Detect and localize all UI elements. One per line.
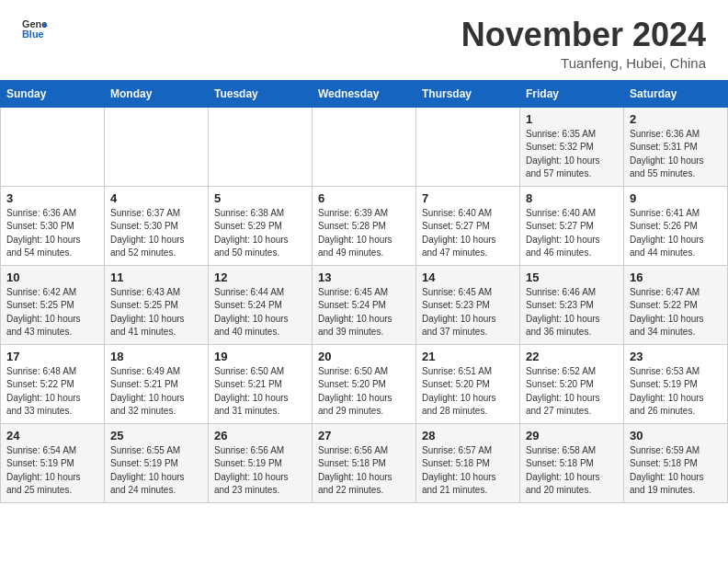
day-number: 9 xyxy=(630,191,722,205)
calendar-day-cell: 12Sunrise: 6:44 AMSunset: 5:24 PMDayligh… xyxy=(209,265,313,344)
day-info: Sunrise: 6:50 AMSunset: 5:21 PMDaylight:… xyxy=(214,365,306,419)
calendar-day-cell: 6Sunrise: 6:39 AMSunset: 5:28 PMDaylight… xyxy=(313,186,416,265)
calendar-day-cell: 25Sunrise: 6:55 AMSunset: 5:19 PMDayligh… xyxy=(105,423,209,502)
calendar-day-cell: 19Sunrise: 6:50 AMSunset: 5:21 PMDayligh… xyxy=(209,344,313,423)
day-number: 23 xyxy=(630,350,722,363)
calendar-day-cell: 14Sunrise: 6:45 AMSunset: 5:23 PMDayligh… xyxy=(416,265,520,344)
calendar-day-cell: 16Sunrise: 6:47 AMSunset: 5:22 PMDayligh… xyxy=(624,265,728,344)
calendar-day-cell: 2Sunrise: 6:36 AMSunset: 5:31 PMDaylight… xyxy=(624,107,728,186)
day-number: 29 xyxy=(526,429,618,442)
day-info: Sunrise: 6:46 AMSunset: 5:23 PMDaylight:… xyxy=(526,286,618,339)
day-number: 22 xyxy=(526,350,618,363)
day-number: 15 xyxy=(526,270,618,284)
calendar-day-cell: 28Sunrise: 6:57 AMSunset: 5:18 PMDayligh… xyxy=(416,423,520,502)
calendar-day-cell: 21Sunrise: 6:51 AMSunset: 5:20 PMDayligh… xyxy=(416,344,520,423)
day-number: 26 xyxy=(214,429,306,442)
day-info: Sunrise: 6:55 AMSunset: 5:19 PMDaylight:… xyxy=(110,444,202,498)
weekday-header-cell: Saturday xyxy=(624,80,728,107)
calendar-day-cell: 7Sunrise: 6:40 AMSunset: 5:27 PMDaylight… xyxy=(416,186,520,265)
calendar-day-cell: 18Sunrise: 6:49 AMSunset: 5:21 PMDayligh… xyxy=(105,344,209,423)
day-number: 3 xyxy=(6,191,98,205)
day-number: 10 xyxy=(6,270,98,284)
day-number: 1 xyxy=(526,112,618,126)
day-number: 14 xyxy=(422,270,514,284)
day-number: 11 xyxy=(110,270,202,284)
day-number: 2 xyxy=(630,112,722,126)
location: Tuanfeng, Hubei, China xyxy=(461,55,706,71)
day-number: 28 xyxy=(422,429,514,442)
day-number: 30 xyxy=(630,429,722,442)
day-info: Sunrise: 6:58 AMSunset: 5:18 PMDaylight:… xyxy=(526,444,618,498)
calendar-day-cell: 5Sunrise: 6:38 AMSunset: 5:29 PMDaylight… xyxy=(209,186,313,265)
day-info: Sunrise: 6:51 AMSunset: 5:20 PMDaylight:… xyxy=(422,365,514,419)
weekday-header-cell: Friday xyxy=(520,80,624,107)
day-info: Sunrise: 6:35 AMSunset: 5:32 PMDaylight:… xyxy=(526,128,618,181)
day-info: Sunrise: 6:40 AMSunset: 5:27 PMDaylight:… xyxy=(526,207,618,260)
calendar-day-cell: 8Sunrise: 6:40 AMSunset: 5:27 PMDaylight… xyxy=(520,186,624,265)
calendar-day-cell xyxy=(313,107,416,186)
day-info: Sunrise: 6:50 AMSunset: 5:20 PMDaylight:… xyxy=(318,365,410,419)
calendar-day-cell xyxy=(1,107,105,186)
day-info: Sunrise: 6:56 AMSunset: 5:18 PMDaylight:… xyxy=(318,444,410,498)
calendar-table: SundayMondayTuesdayWednesdayThursdayFrid… xyxy=(0,80,728,503)
weekday-header-cell: Thursday xyxy=(416,80,520,107)
day-info: Sunrise: 6:52 AMSunset: 5:20 PMDaylight:… xyxy=(526,365,618,419)
calendar-day-cell: 9Sunrise: 6:41 AMSunset: 5:26 PMDaylight… xyxy=(624,186,728,265)
day-info: Sunrise: 6:36 AMSunset: 5:31 PMDaylight:… xyxy=(630,128,722,181)
day-number: 6 xyxy=(318,191,410,205)
day-info: Sunrise: 6:37 AMSunset: 5:30 PMDaylight:… xyxy=(110,207,202,260)
calendar-day-cell: 30Sunrise: 6:59 AMSunset: 5:18 PMDayligh… xyxy=(624,423,728,502)
calendar-day-cell: 17Sunrise: 6:48 AMSunset: 5:22 PMDayligh… xyxy=(1,344,105,423)
calendar-day-cell: 26Sunrise: 6:56 AMSunset: 5:19 PMDayligh… xyxy=(209,423,313,502)
day-info: Sunrise: 6:48 AMSunset: 5:22 PMDaylight:… xyxy=(6,365,98,419)
day-number: 25 xyxy=(110,429,202,442)
calendar-day-cell: 13Sunrise: 6:45 AMSunset: 5:24 PMDayligh… xyxy=(313,265,416,344)
day-number: 18 xyxy=(110,350,202,363)
header: General Blue November 2024 Tuanfeng, Hub… xyxy=(0,0,728,80)
calendar-day-cell: 15Sunrise: 6:46 AMSunset: 5:23 PMDayligh… xyxy=(520,265,624,344)
day-number: 4 xyxy=(110,191,202,205)
day-info: Sunrise: 6:49 AMSunset: 5:21 PMDaylight:… xyxy=(110,365,202,419)
weekday-header-row: SundayMondayTuesdayWednesdayThursdayFrid… xyxy=(1,80,728,107)
calendar-week-row: 17Sunrise: 6:48 AMSunset: 5:22 PMDayligh… xyxy=(1,344,728,423)
logo: General Blue xyxy=(22,17,48,42)
calendar-day-cell xyxy=(209,107,313,186)
month-title: November 2024 xyxy=(461,17,706,53)
day-info: Sunrise: 6:41 AMSunset: 5:26 PMDaylight:… xyxy=(630,207,722,260)
day-number: 19 xyxy=(214,350,306,363)
calendar-week-row: 10Sunrise: 6:42 AMSunset: 5:25 PMDayligh… xyxy=(1,265,728,344)
day-number: 17 xyxy=(6,350,98,363)
day-number: 16 xyxy=(630,270,722,284)
day-info: Sunrise: 6:42 AMSunset: 5:25 PMDaylight:… xyxy=(6,286,98,339)
day-info: Sunrise: 6:56 AMSunset: 5:19 PMDaylight:… xyxy=(214,444,306,498)
day-number: 24 xyxy=(6,429,98,442)
calendar-day-cell xyxy=(105,107,209,186)
title-block: November 2024 Tuanfeng, Hubei, China xyxy=(461,17,706,71)
logo-icon: General Blue xyxy=(22,17,48,42)
day-info: Sunrise: 6:45 AMSunset: 5:24 PMDaylight:… xyxy=(318,286,410,339)
day-number: 27 xyxy=(318,429,410,442)
day-info: Sunrise: 6:57 AMSunset: 5:18 PMDaylight:… xyxy=(422,444,514,498)
calendar-body: 1Sunrise: 6:35 AMSunset: 5:32 PMDaylight… xyxy=(1,107,728,502)
weekday-header-cell: Tuesday xyxy=(209,80,313,107)
weekday-header-cell: Sunday xyxy=(1,80,105,107)
day-info: Sunrise: 6:38 AMSunset: 5:29 PMDaylight:… xyxy=(214,207,306,260)
day-number: 21 xyxy=(422,350,514,363)
day-info: Sunrise: 6:39 AMSunset: 5:28 PMDaylight:… xyxy=(318,207,410,260)
day-number: 5 xyxy=(214,191,306,205)
calendar-day-cell: 22Sunrise: 6:52 AMSunset: 5:20 PMDayligh… xyxy=(520,344,624,423)
calendar-week-row: 24Sunrise: 6:54 AMSunset: 5:19 PMDayligh… xyxy=(1,423,728,502)
day-info: Sunrise: 6:53 AMSunset: 5:19 PMDaylight:… xyxy=(630,365,722,419)
day-info: Sunrise: 6:44 AMSunset: 5:24 PMDaylight:… xyxy=(214,286,306,339)
day-info: Sunrise: 6:36 AMSunset: 5:30 PMDaylight:… xyxy=(6,207,98,260)
day-info: Sunrise: 6:54 AMSunset: 5:19 PMDaylight:… xyxy=(6,444,98,498)
weekday-header-cell: Monday xyxy=(105,80,209,107)
calendar-day-cell: 1Sunrise: 6:35 AMSunset: 5:32 PMDaylight… xyxy=(520,107,624,186)
day-number: 7 xyxy=(422,191,514,205)
calendar-day-cell xyxy=(416,107,520,186)
weekday-header-cell: Wednesday xyxy=(313,80,416,107)
calendar-day-cell: 24Sunrise: 6:54 AMSunset: 5:19 PMDayligh… xyxy=(1,423,105,502)
calendar-day-cell: 29Sunrise: 6:58 AMSunset: 5:18 PMDayligh… xyxy=(520,423,624,502)
day-number: 20 xyxy=(318,350,410,363)
calendar-day-cell: 10Sunrise: 6:42 AMSunset: 5:25 PMDayligh… xyxy=(1,265,105,344)
